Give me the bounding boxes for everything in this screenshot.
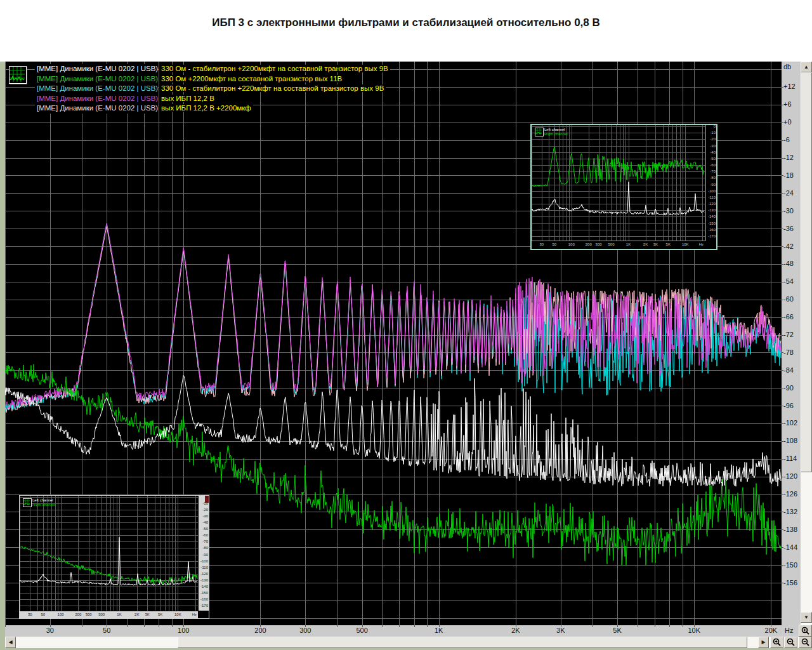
- legend-channel: [MME] Динамики (E-MU 0202 | USB): [35, 94, 158, 104]
- db-axis-label: -36: [783, 225, 794, 232]
- db-axis-label: -24: [783, 189, 794, 197]
- inset-freq-axis: 30501002003005001K2K3K5K10KHz: [532, 241, 705, 249]
- freq-zoom-in-button[interactable]: [770, 637, 783, 648]
- legend-label: вых ИБП 12,2 В: [159, 95, 216, 102]
- freq-axis-label: 20K: [765, 627, 778, 634]
- db-axis-label: -78: [783, 348, 794, 356]
- freq-axis-label: 500: [356, 627, 367, 634]
- magnifier-minus-icon: [787, 638, 796, 647]
- legend-row: [MME] Динамики (E-MU 0202 | USB)вых ИБП …: [35, 103, 390, 114]
- db-axis-label: -156: [783, 579, 797, 587]
- db-axis-label: -42: [783, 242, 794, 250]
- db-axis-label: -30: [783, 207, 794, 215]
- page-title: ИБП 3 с электронными фильтрами и стабили…: [0, 17, 812, 29]
- freq-axis-label: 300: [299, 627, 311, 634]
- db-axis-label: -90: [783, 384, 794, 392]
- vertical-scrollbar[interactable]: ▲ ▼: [801, 62, 812, 623]
- scroll-up-button[interactable]: ▲: [801, 62, 812, 72]
- db-axis-label: -12: [783, 154, 794, 161]
- inset-db-axis: 0-10-20-30-40-50-60-70-80-90-100-110-120…: [705, 125, 716, 241]
- legend-label: 330 Ом - стабилитрон +220мкфт на составн…: [159, 84, 386, 92]
- db-axis-label: -120: [783, 472, 797, 480]
- magnifier-plus-icon: [773, 638, 782, 647]
- db-zoom-in-button[interactable]: [799, 625, 812, 637]
- db-axis-label: -144: [783, 543, 797, 551]
- freq-axis-label: 10K: [688, 627, 700, 634]
- spectrum-plot[interactable]: [MME] Динамики (E-MU 0202 | USB)330 Ом -…: [5, 62, 782, 625]
- mini-spectrum-icon: [23, 498, 32, 507]
- horizontal-scrollbar[interactable]: ◀ ▶: [5, 637, 769, 648]
- db-axis-label: -6: [783, 136, 790, 143]
- inset-freq-axis: 30501002003005001K2K3K5K10KHz: [20, 611, 198, 618]
- inset-db-axis: 0-10-20-30-40-50-60-70-80-90-100-110-120…: [199, 496, 209, 611]
- mini-spectrum-icon[interactable]: [9, 66, 27, 84]
- db-axis-label: -126: [783, 490, 797, 498]
- magnifier-plus-icon: [801, 627, 810, 635]
- db-axis-label: -66: [783, 313, 794, 321]
- mini-spectrum-icon: [535, 128, 544, 136]
- magnifier-minus-icon: [801, 638, 810, 647]
- legend-row: [MME] Динамики (E-MU 0202 | USB)вых ИБП …: [35, 94, 390, 104]
- db-axis-strip: db +12+6+0-6-12-18-24-30-36-42-48-54-60-…: [782, 62, 801, 625]
- db-axis-label: -108: [783, 437, 797, 444]
- scroll-left-button[interactable]: ◀: [5, 637, 16, 648]
- arrow-up-icon: ▲: [804, 65, 809, 70]
- inset-legend: Left channel Right channel: [544, 128, 568, 136]
- freq-axis-label: 3K: [556, 627, 565, 634]
- legend-channel: [MME] Динамики (E-MU 0202 | USB): [35, 84, 158, 94]
- db-axis-label: +0: [783, 118, 792, 126]
- horizontal-scrollbar-thumb[interactable]: [178, 637, 747, 648]
- freq-axis-label: 100: [178, 627, 189, 634]
- legend-row: [MME] Динамики (E-MU 0202 | USB)330 Ом -…: [35, 84, 390, 94]
- freq-axis-label: 5K: [613, 627, 621, 634]
- legend-row: [MME] Динамики (E-MU 0202 | USB)330 Ом -…: [35, 64, 390, 74]
- db-axis-label: -132: [783, 508, 797, 515]
- inset-legend-left: Left channel: [32, 498, 56, 503]
- inset-screenshot-top-right: Left channel Right channel 0-10-20-30-40…: [530, 124, 717, 250]
- hz-unit-label: Hz: [782, 625, 801, 637]
- legend-label: 330 Ом +2200мкфт на составной транзистор…: [159, 75, 344, 83]
- vertical-scrollbar-thumb[interactable]: [801, 72, 812, 472]
- app-window: ИБП 3 с электронными фильтрами и стабили…: [0, 0, 812, 650]
- arrow-left-icon: ◀: [8, 640, 12, 645]
- inset-legend-right: Right channel: [544, 132, 568, 136]
- arrow-down-icon: ▼: [804, 615, 809, 620]
- db-axis-label: +12: [783, 83, 796, 90]
- db-axis-label: -96: [783, 402, 794, 409]
- db-unit-label: db: [783, 63, 791, 70]
- db-axis-label: -48: [783, 260, 794, 267]
- db-axis-label: -102: [783, 419, 797, 427]
- inset-screenshot-bottom-left: Left channel Right channel 0-10-20-30-40…: [19, 495, 209, 619]
- inset-legend-right: Right channel: [32, 503, 56, 507]
- db-axis-label: -54: [783, 277, 794, 285]
- legend-channel: [MME] Динамики (E-MU 0202 | USB): [35, 103, 158, 114]
- db-axis-label: -114: [783, 454, 797, 462]
- db-axis-label: -18: [783, 171, 794, 179]
- legend-channel: [MME] Динамики (E-MU 0202 | USB): [35, 74, 158, 84]
- legend-row: [MME] Динамики (E-MU 0202 | USB)330 Ом +…: [35, 74, 390, 84]
- scroll-down-button[interactable]: ▼: [801, 612, 812, 623]
- scroll-right-button[interactable]: ▶: [758, 637, 769, 648]
- inset-legend: Left channel Right channel: [32, 498, 56, 507]
- freq-axis-strip: 30501002003005001K2K3K5K10K20K: [5, 625, 782, 637]
- freq-axis-label: 1K: [435, 627, 443, 634]
- db-zoom-out-button[interactable]: [799, 637, 812, 648]
- window-left-edge: [0, 62, 5, 650]
- freq-zoom-out-button[interactable]: [784, 637, 797, 648]
- db-axis-label: -150: [783, 561, 797, 569]
- db-axis-label: -72: [783, 331, 794, 338]
- arrow-right-icon: ▶: [761, 640, 765, 645]
- legend: [MME] Динамики (E-MU 0202 | USB)330 Ом -…: [35, 64, 390, 114]
- legend-label: 330 Ом - стабилитрон +2200мкфт на состав…: [159, 65, 390, 72]
- legend-channel: [MME] Динамики (E-MU 0202 | USB): [35, 64, 158, 74]
- freq-axis-label: 30: [46, 627, 54, 634]
- freq-axis-label: 2K: [511, 627, 520, 634]
- freq-axis-label: 50: [103, 627, 110, 634]
- db-axis-label: +6: [783, 100, 792, 108]
- db-axis-label: -138: [783, 526, 797, 533]
- freq-axis-label: 200: [254, 627, 266, 634]
- db-axis-label: -84: [783, 366, 794, 374]
- legend-label: вых ИБП 12,2 В +2200мкф: [159, 104, 253, 112]
- db-axis-label: -60: [783, 295, 794, 303]
- inset-legend-left: Left channel: [544, 128, 568, 132]
